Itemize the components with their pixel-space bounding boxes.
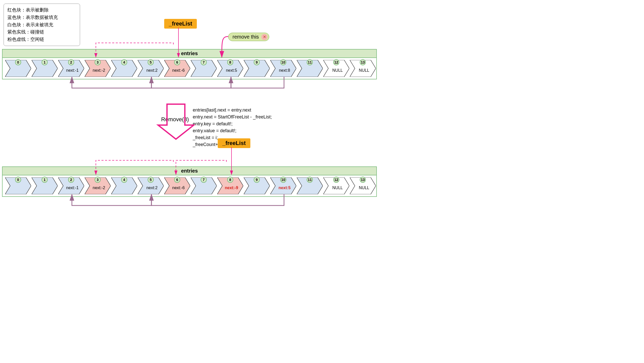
entries-header: entries: [3, 50, 376, 58]
entry-cell: 3next:-2: [85, 60, 111, 77]
entry-cell: 2next:-1: [58, 177, 84, 194]
entry-index-badge: 13: [360, 59, 366, 65]
entry-cell: 1: [32, 60, 58, 77]
entry-index-badge: 1: [42, 177, 48, 183]
entry-index-badge: 0: [15, 177, 21, 183]
entry-cell: 4: [111, 177, 137, 194]
legend-line: 红色块：表示被删除: [7, 6, 76, 14]
entry-cell: 5next:2: [138, 177, 164, 194]
entry-index-badge: 10: [280, 177, 286, 183]
entry-cell: 11: [297, 60, 323, 77]
entry-index-badge: 0: [15, 59, 21, 65]
entry-index-badge: 2: [68, 59, 74, 65]
entry-index-badge: 11: [307, 59, 313, 65]
entry-index-badge: 4: [121, 59, 127, 65]
entry-next-label: next:-6: [168, 68, 189, 73]
entries-header: entries: [3, 167, 376, 175]
legend-line: 蓝色块：表示数据被填充: [7, 14, 76, 21]
entry-next-label: next:2: [142, 186, 162, 190]
entry-next-label: next:-1: [62, 186, 83, 190]
entry-cell: 13NULL: [350, 177, 376, 194]
remove-this-tag: remove this ✕: [228, 33, 269, 41]
entry-index-badge: 10: [280, 59, 286, 65]
entries-container-bottom: entries 0 1 2next:-1 3next:-2 4 5next:2 …: [2, 166, 377, 197]
entries-container-top: entries 0 1 2next:-1 3next:-2 4 5next:2 …: [2, 49, 377, 79]
entry-next-label: next:-9: [221, 186, 242, 190]
remove-op-label: Remove(8): [161, 116, 189, 123]
entry-index-badge: 4: [121, 177, 127, 183]
entry-next-label: next:-1: [62, 68, 83, 73]
entry-next-label: next:-2: [89, 186, 109, 190]
entry-index-badge: 6: [174, 177, 180, 183]
entry-next-label: next:-6: [168, 186, 189, 190]
entry-index-badge: 5: [148, 59, 154, 65]
entries-row-bottom: 0 1 2next:-1 3next:-2 4 5next:2 6next:-6…: [3, 175, 376, 196]
entry-cell: 6next:-6: [164, 177, 190, 194]
entry-index-badge: 12: [333, 59, 339, 65]
entry-index-badge: 9: [254, 59, 260, 65]
entry-next-label: NULL: [327, 68, 348, 73]
entries-row-top: 0 1 2next:-1 3next:-2 4 5next:2 6next:-6…: [3, 58, 376, 79]
entry-index-badge: 3: [95, 177, 101, 183]
entry-index-badge: 12: [333, 177, 339, 183]
entry-cell: 13NULL: [350, 60, 376, 77]
entry-index-badge: 13: [360, 177, 366, 183]
entry-cell: 5next:2: [138, 60, 164, 77]
entry-cell: 1: [32, 177, 58, 194]
entry-index-badge: 7: [201, 59, 207, 65]
entry-cell: 11: [297, 177, 323, 194]
entry-index-badge: 3: [95, 59, 101, 65]
legend-box: 红色块：表示被删除 蓝色块：表示数据被填充 白色块：表示未被填充 紫色实线：碰撞…: [4, 4, 80, 46]
entry-index-badge: 11: [307, 177, 313, 183]
entry-cell: 3next:-2: [85, 177, 111, 194]
entry-index-badge: 8: [227, 59, 233, 65]
entry-cell: 10next:5: [270, 177, 296, 194]
entry-index-badge: 8: [227, 177, 233, 183]
entry-next-label: next:2: [142, 68, 162, 73]
entry-index-badge: 1: [42, 59, 48, 65]
entry-cell: 12NULL: [323, 60, 349, 77]
entry-cell: 2next:-1: [58, 60, 84, 77]
entry-next-label: NULL: [354, 186, 374, 190]
entry-cell: 0: [5, 60, 31, 77]
entry-cell: 0: [5, 177, 31, 194]
entry-cell: 8next:5: [217, 60, 243, 77]
entry-cell: 9: [244, 177, 270, 194]
entry-next-label: next:8: [274, 68, 295, 73]
entry-index-badge: 5: [148, 177, 154, 183]
entry-next-label: next:5: [274, 186, 295, 190]
freelist-tag-bottom: _freeList: [218, 138, 250, 148]
close-icon: ✕: [261, 34, 267, 40]
entry-cell: 7: [191, 177, 217, 194]
entry-index-badge: 7: [201, 177, 207, 183]
entry-cell: 9: [244, 60, 270, 77]
remove-this-label: remove this: [233, 34, 259, 40]
entry-cell: 4: [111, 60, 137, 77]
entry-index-badge: 9: [254, 177, 260, 183]
entry-index-badge: 6: [174, 59, 180, 65]
entry-cell: 6next:-6: [164, 60, 190, 77]
entry-cell: 8next:-9: [217, 177, 243, 194]
entry-cell: 10next:8: [270, 60, 296, 77]
legend-line: 粉色虚线：空闲链: [7, 36, 76, 43]
entry-next-label: next:5: [221, 68, 242, 73]
legend-line: 紫色实线：碰撞链: [7, 28, 76, 36]
legend-line: 白色块：表示未被填充: [7, 21, 76, 29]
entry-cell: 12NULL: [323, 177, 349, 194]
entry-next-label: NULL: [327, 186, 348, 190]
freelist-tag-top: _freeList: [164, 19, 197, 29]
entry-next-label: next:-2: [89, 68, 109, 73]
entry-cell: 7: [191, 60, 217, 77]
entry-index-badge: 2: [68, 177, 74, 183]
entry-next-label: NULL: [354, 68, 374, 73]
